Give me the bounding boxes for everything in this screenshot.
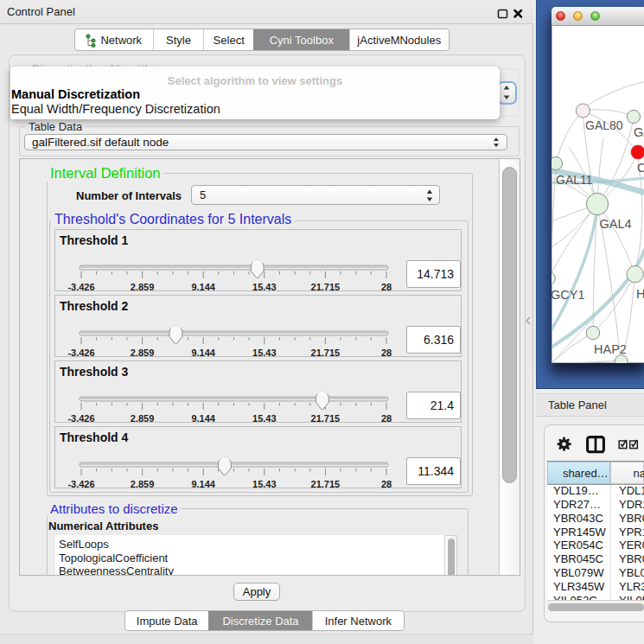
svg-text:15.43: 15.43 xyxy=(252,348,277,358)
svg-text:2.859: 2.859 xyxy=(131,413,155,424)
svg-text:GAL4: GAL4 xyxy=(600,217,632,231)
svg-text:28: 28 xyxy=(381,479,392,489)
svg-text:15.43: 15.43 xyxy=(252,282,277,292)
svg-text:-3.426: -3.426 xyxy=(67,413,94,424)
svg-text:H: H xyxy=(636,287,644,301)
svg-text:28: 28 xyxy=(381,348,392,358)
svg-text:GAL80: GAL80 xyxy=(585,118,623,132)
svg-text:-3.426: -3.426 xyxy=(67,348,94,358)
svg-text:GCY1: GCY1 xyxy=(552,288,585,302)
svg-text:21.715: 21.715 xyxy=(311,282,341,292)
svg-text:C: C xyxy=(637,161,644,175)
svg-text:9.144: 9.144 xyxy=(191,282,215,292)
svg-text:HAP2: HAP2 xyxy=(594,342,627,356)
svg-text:28: 28 xyxy=(381,282,392,292)
svg-text:9.144: 9.144 xyxy=(191,413,215,424)
svg-text:2.859: 2.859 xyxy=(131,282,155,292)
svg-text:21.715: 21.715 xyxy=(311,479,341,489)
svg-text:-3.426: -3.426 xyxy=(67,479,94,489)
svg-text:-3.426: -3.426 xyxy=(67,282,94,292)
svg-text:2.859: 2.859 xyxy=(131,479,155,489)
svg-text:15.43: 15.43 xyxy=(252,413,277,424)
svg-text:9.144: 9.144 xyxy=(191,348,215,358)
svg-text:9.144: 9.144 xyxy=(191,479,215,489)
svg-text:28: 28 xyxy=(381,413,392,424)
svg-text:GA: GA xyxy=(634,125,644,139)
svg-text:21.715: 21.715 xyxy=(311,413,341,424)
svg-text:GAL11: GAL11 xyxy=(556,173,593,187)
svg-text:21.715: 21.715 xyxy=(311,348,341,358)
svg-text:15.43: 15.43 xyxy=(252,479,277,489)
svg-text:2.859: 2.859 xyxy=(131,348,155,358)
